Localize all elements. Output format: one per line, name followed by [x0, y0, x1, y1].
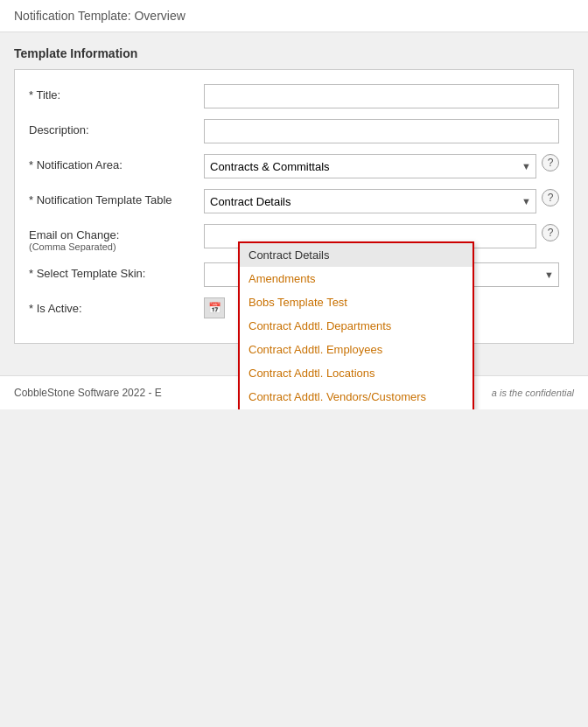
dropdown-item[interactable]: Contract Addtl. Vendors/Customers: [240, 385, 472, 409]
notification-area-help-icon[interactable]: ?: [542, 154, 559, 171]
dropdown-list: Contract DetailsAmendmentsBobs Template …: [240, 243, 472, 409]
notification-template-table-select-wrapper: Contract Details ▼: [204, 189, 536, 213]
email-on-change-help-icon[interactable]: ?: [542, 224, 559, 241]
is-active-label: * Is Active:: [29, 297, 204, 315]
dropdown-item[interactable]: Contract Budgeting: [240, 409, 472, 409]
notification-template-table-select[interactable]: Contract Details: [204, 189, 536, 213]
notification-template-table-help-icon[interactable]: ?: [542, 189, 559, 206]
dropdown-item[interactable]: Amendments: [240, 267, 472, 290]
dropdown-item[interactable]: Contract Addtl. Locations: [240, 361, 472, 385]
dropdown-item[interactable]: Contract Details: [240, 243, 472, 267]
email-on-change-label: Email on Change: (Comma Separated): [29, 224, 204, 252]
footer-company-text: CobbleStone Software 2022 - E: [14, 387, 162, 399]
dropdown-item[interactable]: Contract Addtl. Departments: [240, 314, 472, 338]
notification-area-label: * Notification Area:: [29, 154, 204, 171]
page-title: Notification Template: Overview: [14, 9, 186, 23]
notification-area-select-wrapper: Contracts & Committals ▼: [204, 154, 536, 178]
description-input[interactable]: [204, 119, 559, 143]
description-row: Description:: [29, 119, 559, 143]
dropdown-overlay: Contract DetailsAmendmentsBobs Template …: [238, 241, 474, 409]
notification-template-table-label: * Notification Template Table: [29, 189, 204, 206]
main-content: Template Information * Title: Descriptio…: [0, 32, 588, 358]
title-row: * Title:: [29, 84, 559, 108]
section-title: Template Information: [14, 46, 574, 60]
title-input[interactable]: [204, 84, 559, 108]
notification-template-table-row: * Notification Template Table Contract D…: [29, 189, 559, 213]
notification-area-row: * Notification Area: Contracts & Committ…: [29, 154, 559, 178]
dropdown-item[interactable]: Contract Addtl. Employees: [240, 338, 472, 361]
notification-area-select[interactable]: Contracts & Committals: [204, 154, 536, 178]
dropdown-item[interactable]: Bobs Template Test: [240, 290, 472, 314]
form-card: * Title: Description: * Notification Are…: [14, 69, 574, 344]
description-label: Description:: [29, 119, 204, 136]
footer-confidential-text: a is the confidential: [492, 388, 574, 398]
is-active-icon-button[interactable]: 📅: [204, 297, 225, 318]
title-label: * Title:: [29, 84, 204, 101]
page-header: Notification Template: Overview: [0, 0, 588, 32]
select-template-skin-label: * Select Template Skin:: [29, 262, 204, 280]
